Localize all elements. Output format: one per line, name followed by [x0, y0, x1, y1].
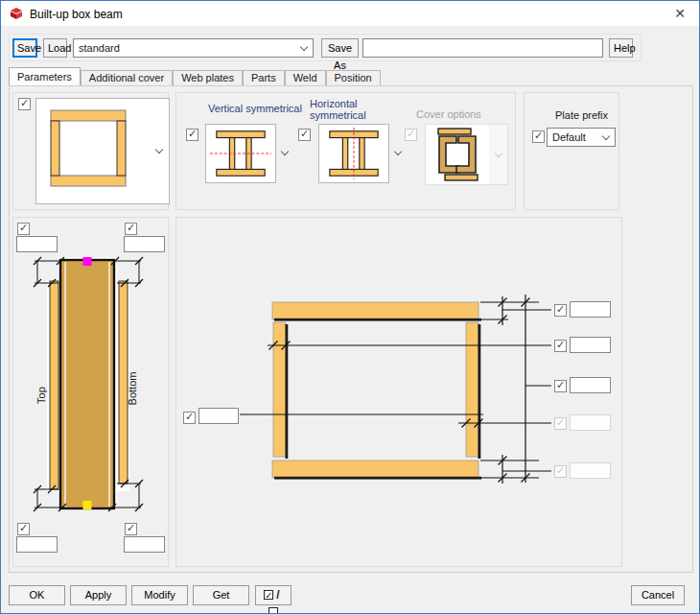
elev-bottom-right-input[interactable] [124, 536, 165, 553]
cs-row3-checkbox[interactable] [554, 380, 567, 392]
profile-combobox-value: standard [79, 42, 120, 54]
chevron-down-icon [495, 150, 502, 157]
beam-elevation-group: Top Bottom [12, 217, 169, 567]
cross-section-group [175, 217, 622, 567]
symmetry-options-group: Vertical symmetrical Horizontal symmetri… [175, 92, 516, 210]
main-preview-group [12, 92, 169, 210]
box-beam-preview-image [36, 99, 150, 203]
elev-top-right-input[interactable] [124, 236, 165, 252]
horizontal-symmetrical-image [319, 125, 388, 182]
plate-prefix-checkbox[interactable] [532, 130, 545, 143]
help-button[interactable]: Help [609, 38, 633, 58]
main-preview-option[interactable] [35, 98, 170, 204]
cs-row4-checkbox [554, 417, 567, 430]
app-icon [10, 7, 23, 20]
toggle-all-checkboxes-button[interactable]: / [255, 585, 292, 605]
tab-additional-cover[interactable]: Additional cover [81, 70, 173, 85]
cs-row3-input[interactable] [570, 377, 611, 393]
cs-row2-input[interactable] [570, 337, 611, 353]
apply-button[interactable]: Apply [70, 585, 127, 605]
toggle-separator: / [273, 588, 282, 602]
tab-weld[interactable]: Weld [285, 70, 326, 85]
tab-strip: ParametersAdditional coverWeb platesPart… [9, 70, 381, 86]
dialog-built-up-box-beam: Built-up box beam ✕ Save Load standard S… [0, 0, 700, 614]
cs-left-input[interactable] [198, 408, 239, 424]
cover-options-label: Cover options [416, 108, 502, 120]
tab-web-plates[interactable]: Web plates [173, 70, 243, 85]
plate-prefix-value: Default [552, 131, 586, 143]
modify-button[interactable]: Modify [131, 585, 188, 605]
beam-elevation-diagram: Top Bottom [13, 218, 168, 566]
chevron-down-icon [602, 132, 610, 140]
cs-row1-input[interactable] [570, 301, 611, 318]
cs-left-checkbox[interactable] [183, 412, 196, 424]
save-as-name-input[interactable] [362, 38, 603, 58]
chevron-down-icon [300, 43, 308, 51]
elev-bottom-right-checkbox[interactable] [125, 523, 137, 535]
plate-prefix-label: Plate prefix [555, 109, 608, 121]
elev-top-right-checkbox[interactable] [125, 223, 137, 235]
elev-top-left-input[interactable] [16, 236, 58, 252]
cover-options-checkbox [405, 129, 417, 141]
tab-parameters[interactable]: Parameters [9, 67, 81, 85]
vertical-symmetrical-label: Vertical symmetrical [188, 103, 322, 114]
horizontal-symmetrical-option[interactable] [318, 124, 389, 183]
checked-box-icon [264, 590, 273, 600]
main-preview-checkbox[interactable] [18, 98, 31, 110]
tab-position[interactable]: Position [326, 70, 381, 85]
cs-row2-checkbox[interactable] [554, 340, 567, 352]
save-as-button[interactable]: Save As [321, 38, 359, 58]
horizontal-symmetrical-label: Horizontal symmetrical [310, 98, 377, 121]
ok-button[interactable]: OK [9, 585, 65, 605]
save-button[interactable]: Save [12, 38, 37, 58]
vertical-symmetrical-image [206, 125, 275, 182]
top-label: Top [35, 387, 47, 404]
chevron-down-icon[interactable] [394, 148, 402, 155]
cs-row1-checkbox[interactable] [554, 304, 567, 317]
cs-row5-input [570, 462, 611, 479]
tab-parts[interactable]: Parts [243, 70, 285, 85]
plate-prefix-group: Plate prefix Default [524, 92, 619, 210]
load-button[interactable]: Load [43, 38, 67, 58]
vertical-symmetrical-checkbox[interactable] [186, 129, 198, 141]
get-button[interactable]: Get [193, 585, 249, 605]
profile-combobox[interactable]: standard [73, 38, 314, 58]
elev-bottom-left-input[interactable] [16, 536, 58, 553]
cover-options-image [426, 125, 489, 184]
cs-row4-input [570, 414, 611, 431]
unchecked-box-icon [268, 607, 278, 614]
close-icon[interactable]: ✕ [671, 5, 688, 22]
cs-row5-checkbox [554, 465, 567, 478]
elev-top-left-checkbox[interactable] [17, 223, 30, 235]
cover-options-option [425, 124, 508, 185]
elev-bottom-left-checkbox[interactable] [17, 523, 30, 535]
horizontal-symmetrical-checkbox[interactable] [298, 129, 311, 141]
plate-prefix-select[interactable]: Default [547, 128, 616, 147]
title-bar: Built-up box beam ✕ [1, 1, 699, 26]
chevron-down-icon[interactable] [155, 146, 163, 154]
bottom-label: Bottom [127, 372, 138, 406]
chevron-down-icon[interactable] [281, 148, 289, 155]
vertical-symmetrical-option[interactable] [205, 124, 276, 183]
window-title: Built-up box beam [30, 8, 123, 21]
profile-toolbar: Save Load standard Save As Help [9, 34, 642, 61]
cancel-button[interactable]: Cancel [631, 585, 685, 605]
